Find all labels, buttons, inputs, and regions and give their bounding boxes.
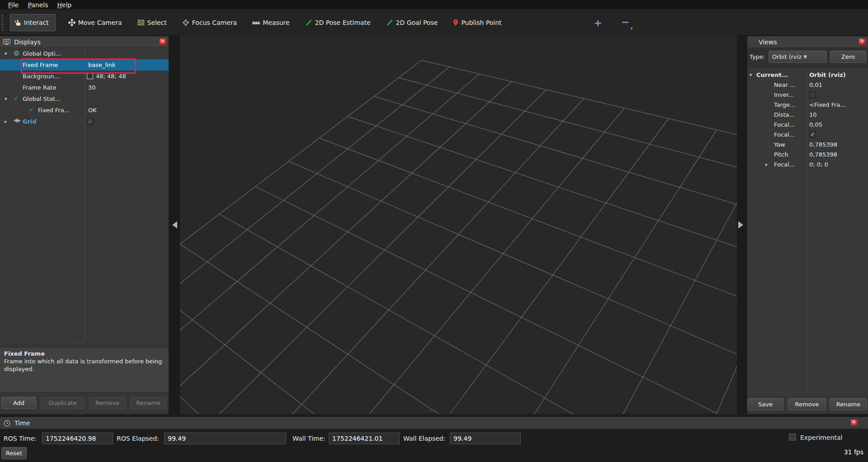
remove-tool-dropdown-icon[interactable]: ▾: [630, 26, 632, 31]
ros-time-field[interactable]: 1752246420.98: [42, 433, 113, 444]
view-row-focal[interactable]: Focal...✓: [747, 130, 868, 140]
add-button-label: Add: [13, 400, 24, 406]
view-row-pitch[interactable]: Pitch0,785398: [747, 150, 868, 160]
property-checkbox[interactable]: ✓: [87, 118, 94, 125]
remove-button-label: Remove: [95, 400, 119, 406]
experimental-label: Experimental: [800, 434, 842, 441]
tool-label: 2D Pose Estimate: [315, 19, 371, 26]
property-value: 48; 48; 48: [96, 71, 126, 82]
tool-2d-pose-estimate[interactable]: 2D Pose Estimate: [305, 19, 371, 26]
grid-icon: [14, 118, 21, 123]
property-description-box: Fixed Frame Frame into which all data is…: [0, 347, 169, 392]
property-value: base_link: [88, 59, 115, 71]
view-row-targe[interactable]: Targe...<Fixed Fra...: [747, 100, 868, 110]
rviz-window: FilePanelsHelp InteractMove CameraSelect…: [0, 0, 868, 462]
tool-2d-goal-pose[interactable]: 2D Goal Pose: [386, 19, 438, 26]
left-splitter-arrow-icon[interactable]: [172, 221, 177, 229]
views-panel-header[interactable]: Views ✕: [747, 36, 868, 48]
displays-panel: Displays ✕ ▾⚙Global Opti...Fixed Frameba…: [0, 36, 169, 414]
3d-viewport[interactable]: [180, 35, 737, 414]
tree-row-backgroun[interactable]: Backgroun...48; 48; 48: [0, 71, 169, 82]
reset-button[interactable]: Reset: [1, 447, 27, 459]
fps-counter: 31 fps: [844, 448, 863, 456]
add-tool-label: +: [594, 17, 602, 29]
tool-interact[interactable]: Interact: [10, 14, 56, 31]
zero-button[interactable]: Zero: [830, 51, 866, 63]
view-row-near[interactable]: Near ...0,01: [747, 80, 868, 90]
wall-time-field[interactable]: 1752246421.01: [329, 433, 400, 444]
rename-button[interactable]: Rename: [830, 398, 867, 410]
expander-closed-icon[interactable]: ▸: [765, 160, 768, 170]
clock-icon: [4, 420, 10, 427]
menu-bar: FilePanelsHelp: [0, 0, 868, 10]
add-tool-button[interactable]: +: [594, 17, 602, 29]
move-arrows-icon: [68, 19, 75, 26]
tree-row-fixedframe[interactable]: Fixed Framebase_link: [0, 59, 169, 71]
color-swatch: [87, 73, 93, 79]
tree-row-globalopti[interactable]: ▾⚙Global Opti...: [0, 48, 169, 59]
displays-splitter-handle[interactable]: ······: [74, 343, 84, 344]
time-close-button[interactable]: ✕: [851, 419, 858, 426]
tool-label: Select: [147, 19, 167, 26]
save-button[interactable]: Save: [747, 398, 783, 410]
tool-publish-point[interactable]: Publish Point: [453, 19, 501, 26]
tool-select[interactable]: Select: [137, 19, 167, 26]
tool-measure[interactable]: Measure: [252, 19, 290, 26]
type-label: Type:: [750, 53, 765, 60]
property-name: Near ...: [774, 80, 796, 90]
property-name: Global Stat...: [23, 93, 61, 105]
time-panel-header[interactable]: Time: [0, 417, 868, 429]
tree-row-fixedfra[interactable]: ✓Fixed Fra...OK: [0, 105, 169, 116]
view-row-yaw[interactable]: Yaw0,785398: [747, 140, 868, 150]
views-close-button[interactable]: ✕: [859, 38, 866, 45]
view-row-focal[interactable]: Focal...0,05: [747, 120, 868, 130]
view-type-value: Orbit (rviz: [772, 53, 802, 60]
tool-move-camera[interactable]: Move Camera: [68, 19, 122, 26]
expander-closed-icon[interactable]: ▸: [5, 116, 7, 127]
field-value: 99.49: [453, 435, 472, 442]
tree-row-globalstat[interactable]: ▾✓Global Stat...: [0, 93, 169, 105]
property-value: 10: [809, 110, 817, 120]
property-name: Focal...: [774, 120, 795, 130]
menu-item-panels[interactable]: Panels: [23, 1, 52, 9]
view-type-dropdown[interactable]: Orbit (rviz ▼: [769, 51, 827, 63]
viewport-splitter-handle[interactable]: ······: [427, 410, 438, 412]
toolbar-drag-handle-icon[interactable]: [2, 15, 5, 30]
remove-tool-label: −: [621, 16, 629, 28]
expander-open-icon[interactable]: ▾: [5, 93, 7, 105]
expander-open-icon[interactable]: ▾: [5, 48, 7, 59]
tree-row-framerate[interactable]: Frame Rate30: [0, 82, 169, 93]
tree-row-grid[interactable]: ▸Grid✓: [0, 116, 169, 127]
expander-open-icon[interactable]: ▾: [750, 70, 752, 80]
wall-elapsed-field[interactable]: 99.49: [450, 433, 521, 444]
timepanel-splitter-handle[interactable]: ······: [75, 414, 85, 415]
field-value: 1752246421.01: [332, 435, 382, 442]
property-checkbox[interactable]: ✓: [809, 131, 816, 138]
ros-elapsed-field[interactable]: 99.49: [164, 433, 286, 444]
menu-item-help[interactable]: Help: [53, 1, 76, 9]
property-name: Inver...: [774, 90, 794, 100]
ros-time-label: ROS Time:: [4, 435, 37, 442]
monitor-icon: [3, 39, 10, 45]
displays-close-button[interactable]: ✕: [160, 38, 166, 45]
remove-tool-button[interactable]: −▾: [621, 16, 632, 28]
property-name: Dista...: [774, 110, 795, 120]
view-row-focal[interactable]: ▸Focal...0; 0; 0: [747, 160, 868, 170]
displays-panel-title: Displays: [14, 38, 41, 46]
displays-panel-header[interactable]: Displays ✕: [0, 36, 169, 48]
right-splitter-arrow-icon[interactable]: [738, 221, 743, 229]
tool-label: Move Camera: [78, 19, 122, 26]
description-body: Frame into which all data is transformed…: [4, 358, 165, 373]
experimental-checkbox[interactable]: [789, 433, 796, 441]
view-row-dista[interactable]: Dista...10: [747, 110, 868, 120]
view-row-inver[interactable]: Inver...: [747, 90, 868, 100]
add-button[interactable]: Add: [1, 397, 36, 409]
menu-item-file[interactable]: File: [4, 1, 23, 9]
view-row-current[interactable]: ▾Current...Orbit (rviz): [747, 70, 868, 80]
property-value: 0,05: [809, 120, 822, 130]
remove-button[interactable]: Remove: [788, 398, 826, 410]
property-checkbox[interactable]: [809, 91, 816, 98]
tool-focus-camera[interactable]: Focus Camera: [182, 19, 237, 26]
property-value: <Fixed Fra...: [809, 100, 846, 110]
property-value: OK: [88, 105, 97, 116]
